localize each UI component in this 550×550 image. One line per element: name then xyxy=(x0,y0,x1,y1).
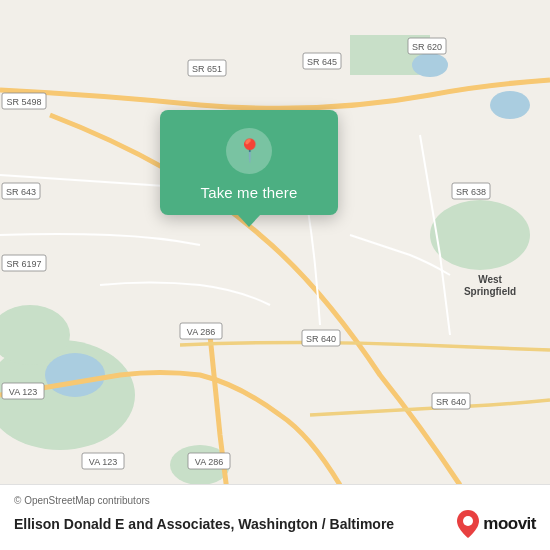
svg-point-6 xyxy=(490,91,530,119)
moovit-pin-icon xyxy=(457,510,479,538)
svg-text:SR 5498: SR 5498 xyxy=(6,97,41,107)
svg-point-7 xyxy=(412,53,448,77)
svg-text:VA 123: VA 123 xyxy=(9,387,37,397)
svg-text:SR 645: SR 645 xyxy=(307,57,337,67)
svg-text:SR 643: SR 643 xyxy=(6,187,36,197)
location-title: Ellison Donald E and Associates, Washing… xyxy=(14,516,457,532)
take-me-there-popup[interactable]: 📍 Take me there xyxy=(160,110,338,215)
map-attribution: © OpenStreetMap contributors xyxy=(14,495,536,506)
popup-label: Take me there xyxy=(201,184,298,201)
moovit-brand-text: moovit xyxy=(483,514,536,534)
map-container: SR 620 SR 651 SR 645 SR 5498 SR 643 SR 6… xyxy=(0,0,550,550)
bottom-bar: © OpenStreetMap contributors Ellison Don… xyxy=(0,484,550,550)
map-svg: SR 620 SR 651 SR 645 SR 5498 SR 643 SR 6… xyxy=(0,0,550,550)
svg-text:SR 651: SR 651 xyxy=(192,64,222,74)
svg-text:West: West xyxy=(478,274,502,285)
svg-text:VA 123: VA 123 xyxy=(89,457,117,467)
svg-text:SR 638: SR 638 xyxy=(456,187,486,197)
svg-text:SR 640: SR 640 xyxy=(436,397,466,407)
svg-text:Springfield: Springfield xyxy=(464,286,516,297)
svg-text:VA 286: VA 286 xyxy=(195,457,223,467)
svg-text:VA 286: VA 286 xyxy=(187,327,215,337)
svg-point-36 xyxy=(463,516,473,526)
svg-text:SR 620: SR 620 xyxy=(412,42,442,52)
svg-text:SR 6197: SR 6197 xyxy=(6,259,41,269)
svg-text:SR 640: SR 640 xyxy=(306,334,336,344)
popup-icon-circle: 📍 xyxy=(226,128,272,174)
moovit-logo: moovit xyxy=(457,510,536,538)
location-pin-icon: 📍 xyxy=(236,140,263,162)
svg-point-5 xyxy=(45,353,105,397)
svg-point-2 xyxy=(430,200,530,270)
